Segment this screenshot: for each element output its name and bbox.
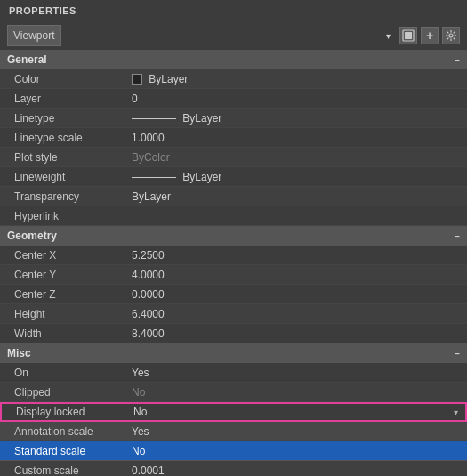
prop-label-width: Width: [0, 327, 125, 340]
prop-row-center-x: Center X 5.2500: [0, 246, 467, 265]
clipped-value-text: No: [132, 386, 145, 399]
prop-row-layer: Layer 0: [0, 89, 467, 109]
collapse-misc-icon[interactable]: −: [455, 349, 460, 359]
svg-point-2: [449, 34, 453, 37]
prop-label-on: On: [0, 367, 125, 379]
svg-line-9: [454, 32, 455, 34]
display-locked-value-text: No: [133, 406, 147, 418]
svg-line-10: [447, 38, 449, 40]
height-value-text: 6.4000: [132, 308, 165, 320]
standard-scale-value-text: No: [132, 445, 145, 457]
prop-value-color[interactable]: ByLayer: [125, 73, 467, 85]
prop-value-center-x[interactable]: 5.2500: [125, 249, 467, 262]
section-general[interactable]: General −: [0, 50, 467, 69]
prop-label-height: Height: [0, 308, 125, 320]
prop-label-plot-style: Plot style: [0, 151, 125, 164]
prop-row-transparency: Transparency ByLayer: [0, 187, 467, 206]
prop-row-color: Color ByLayer: [0, 69, 467, 89]
toolbar-row: Viewport +: [0, 21, 467, 50]
linetype-value-text: ByLayer: [182, 112, 221, 125]
color-swatch: [132, 74, 142, 85]
prop-label-standard-scale: Standard scale: [0, 445, 125, 457]
prop-label-display-locked: Display locked: [2, 406, 126, 418]
prop-value-display-locked[interactable]: No ▾: [126, 406, 465, 418]
prop-label-linetype-scale: Linetype scale: [0, 132, 125, 144]
prop-row-display-locked[interactable]: Display locked No ▾: [0, 402, 467, 422]
prop-value-linetype-scale[interactable]: 1.0000: [125, 132, 467, 144]
add-icon[interactable]: +: [421, 27, 439, 44]
svg-line-7: [447, 32, 449, 34]
linetype-line: [132, 118, 176, 119]
prop-value-width[interactable]: 8.4000: [125, 327, 467, 340]
prop-label-layer: Layer: [0, 93, 125, 105]
collapse-general-icon[interactable]: −: [455, 55, 460, 65]
on-value-text: Yes: [132, 367, 149, 379]
prop-row-clipped: Clipped No: [0, 383, 467, 402]
properties-table: General − Color ByLayer Layer 0 Linetype…: [0, 50, 467, 476]
prop-value-transparency[interactable]: ByLayer: [125, 190, 467, 203]
linetype-scale-value-text: 1.0000: [132, 132, 165, 144]
svg-line-8: [454, 38, 455, 40]
svg-rect-1: [405, 32, 412, 39]
prop-row-on: On Yes: [0, 363, 467, 383]
prop-value-center-z[interactable]: 0.0000: [125, 288, 467, 301]
panel-title: PROPERTIES: [0, 0, 467, 21]
center-x-value-text: 5.2500: [132, 249, 165, 262]
prop-row-width: Width 8.4000: [0, 324, 467, 343]
prop-label-clipped: Clipped: [0, 386, 125, 399]
prop-row-lineweight: Lineweight ByLayer: [0, 167, 467, 187]
settings-icon[interactable]: [442, 27, 460, 44]
section-geometry[interactable]: Geometry −: [0, 226, 467, 246]
prop-label-center-x: Center X: [0, 249, 125, 262]
lineweight-line: [132, 177, 176, 178]
prop-label-color: Color: [0, 73, 125, 85]
layer-icon[interactable]: [399, 27, 417, 44]
section-misc[interactable]: Misc −: [0, 343, 467, 363]
prop-label-hyperlink: Hyperlink: [0, 210, 125, 222]
center-z-value-text: 0.0000: [132, 288, 165, 301]
section-geometry-label: Geometry: [7, 230, 57, 242]
prop-row-custom-scale: Custom scale 0.0001: [0, 461, 467, 476]
custom-scale-value-text: 0.0001: [132, 464, 165, 477]
prop-label-custom-scale: Custom scale: [0, 464, 125, 477]
prop-label-linetype: Linetype: [0, 112, 125, 125]
prop-row-linetype-scale: Linetype scale 1.0000: [0, 128, 467, 148]
center-y-value-text: 4.0000: [132, 269, 165, 281]
prop-row-linetype: Linetype ByLayer: [0, 109, 467, 128]
width-value-text: 8.4000: [132, 327, 165, 340]
section-misc-label: Misc: [7, 347, 31, 359]
prop-value-plot-style[interactable]: ByColor: [125, 151, 467, 164]
collapse-geometry-icon[interactable]: −: [455, 231, 460, 241]
prop-value-layer[interactable]: 0: [125, 93, 467, 105]
display-locked-dropdown-arrow[interactable]: ▾: [454, 407, 458, 417]
prop-row-hyperlink: Hyperlink: [0, 206, 467, 226]
color-value-text: ByLayer: [149, 73, 188, 85]
prop-row-center-z: Center Z 0.0000: [0, 285, 467, 304]
transparency-value-text: ByLayer: [132, 190, 171, 203]
prop-value-center-y[interactable]: 4.0000: [125, 269, 467, 281]
prop-value-height[interactable]: 6.4000: [125, 308, 467, 320]
prop-row-standard-scale[interactable]: Standard scale No: [0, 441, 467, 461]
prop-value-annotation-scale[interactable]: Yes: [125, 425, 467, 438]
prop-value-custom-scale[interactable]: 0.0001: [125, 464, 467, 477]
prop-value-lineweight[interactable]: ByLayer: [125, 171, 467, 183]
viewport-select[interactable]: Viewport: [7, 25, 61, 46]
prop-row-annotation-scale: Annotation scale Yes: [0, 422, 467, 441]
prop-row-plot-style: Plot style ByColor: [0, 148, 467, 167]
annotation-scale-value-text: Yes: [132, 425, 149, 438]
prop-value-linetype[interactable]: ByLayer: [125, 112, 467, 125]
layer-value-text: 0: [132, 93, 138, 105]
section-general-label: General: [7, 53, 47, 66]
prop-value-on[interactable]: Yes: [125, 367, 467, 379]
prop-label-annotation-scale: Annotation scale: [0, 425, 125, 438]
prop-row-center-y: Center Y 4.0000: [0, 265, 467, 285]
prop-row-height: Height 6.4000: [0, 304, 467, 324]
prop-label-center-y: Center Y: [0, 269, 125, 281]
prop-value-standard-scale[interactable]: No: [125, 445, 467, 457]
prop-value-clipped[interactable]: No: [125, 386, 467, 399]
prop-label-transparency: Transparency: [0, 190, 125, 203]
properties-panel: PROPERTIES Viewport +: [0, 0, 467, 476]
viewport-select-wrapper[interactable]: Viewport: [7, 25, 396, 46]
prop-label-center-z: Center Z: [0, 288, 125, 301]
prop-label-lineweight: Lineweight: [0, 171, 125, 183]
